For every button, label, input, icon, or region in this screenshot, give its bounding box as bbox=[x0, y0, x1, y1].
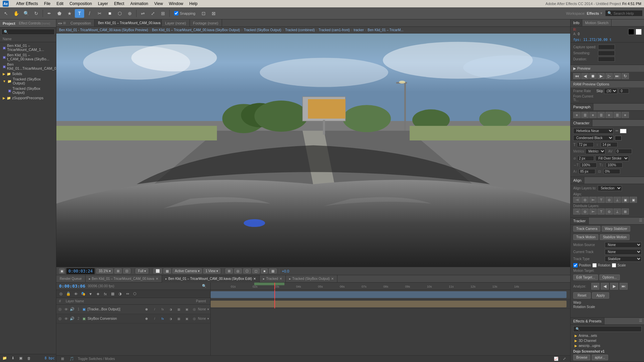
char-stroke-type-select[interactable]: Fill Over Stroke bbox=[595, 156, 629, 161]
layer-1-switch-6[interactable]: ▣ bbox=[183, 306, 190, 312]
align-extra-1-btn[interactable]: ▣ bbox=[622, 197, 629, 203]
tool-select[interactable]: ↖ bbox=[1, 9, 11, 18]
viewer-exposure[interactable]: +0.0 bbox=[282, 269, 289, 273]
analyze-back-btn[interactable]: ◀ bbox=[601, 283, 609, 290]
layer-2-switch-2[interactable]: / bbox=[151, 316, 158, 322]
layer-2-switch-1[interactable]: ⬟ bbox=[143, 316, 150, 322]
char-vert-scale-input[interactable]: 100% bbox=[606, 163, 623, 168]
layer-1-switch-3[interactable]: fx bbox=[159, 306, 166, 312]
motion-sketch-tab[interactable]: Motion Sketch bbox=[582, 19, 611, 26]
layer-1-switch-5[interactable]: ▦ bbox=[175, 306, 182, 312]
layer-1-audio-btn[interactable]: 🔊 bbox=[70, 306, 74, 312]
effects-options-icon[interactable]: ☰ bbox=[637, 318, 644, 324]
layer-2-switch-3[interactable]: fx bbox=[159, 316, 166, 322]
char-leading-input[interactable]: 14 px bbox=[601, 142, 618, 147]
char-baseline-input[interactable]: 85 px bbox=[579, 169, 595, 174]
analyze-back-full-btn[interactable]: ⏮ bbox=[591, 283, 599, 290]
menu-window[interactable]: Window bbox=[166, 1, 186, 7]
tl-tab-1-close[interactable]: ✕ bbox=[156, 277, 158, 281]
layer-1-switch-4[interactable]: ◑ bbox=[167, 306, 174, 312]
viewer-panel-icon-3[interactable]: ⊞ bbox=[63, 21, 66, 25]
preview-first-frame-btn[interactable]: ⏮ bbox=[573, 73, 581, 79]
workspace-value[interactable]: Effects bbox=[587, 11, 599, 15]
tool-mask[interactable]: ⬟ bbox=[55, 9, 64, 18]
para-align-last-btn[interactable]: ≡ bbox=[622, 112, 629, 118]
effects-item-3d[interactable]: ▶ 3D Channel bbox=[571, 338, 644, 343]
effects-tab[interactable]: Effects & Presets bbox=[571, 318, 604, 324]
char-size-input[interactable]: 72 px bbox=[577, 142, 594, 147]
bottom-expand-btn[interactable]: ⤢ bbox=[561, 356, 568, 362]
menu-after-effects[interactable]: After Effects bbox=[13, 1, 41, 7]
project-item-1[interactable]: ▣ Ben Klid_01 – t_CAM_00.kava (SkyBo... bbox=[0, 52, 56, 62]
project-item-6[interactable]: ▶ 📁 zSupportPrecomps bbox=[0, 95, 56, 101]
char-kerning-input[interactable]: 0 bbox=[615, 149, 632, 154]
layer-2-switch-5[interactable]: ▦ bbox=[175, 316, 182, 322]
tl-quality-btn[interactable]: ◈ bbox=[95, 291, 101, 297]
tool-clone[interactable]: ✂ bbox=[95, 9, 104, 18]
project-item-3[interactable]: ▶ 📁 Solids bbox=[0, 71, 56, 76]
layer-1-parent-chevron-icon[interactable]: ▾ bbox=[207, 307, 209, 311]
menu-help[interactable]: Help bbox=[186, 1, 200, 7]
viewer-zoom-display[interactable]: 33.1% ▾ bbox=[96, 268, 113, 274]
para-align-justify-btn[interactable]: ☰ bbox=[597, 112, 605, 118]
viewer-panel-icon-2[interactable]: ▸ bbox=[60, 21, 62, 25]
tool-hand[interactable]: ✋ bbox=[11, 9, 21, 18]
layer-row-2[interactable]: ◎ 👁 🔊 2 ▣ SkyBox Conversion ⬟ / fx ◑ ▦ ▣ bbox=[56, 314, 210, 323]
para-align-justify-right-btn[interactable]: ≡ bbox=[605, 112, 613, 118]
tool-text[interactable]: T bbox=[75, 9, 84, 18]
info-color-swatch-1[interactable] bbox=[628, 29, 634, 35]
tool-puppet[interactable]: ⊕ bbox=[125, 9, 135, 18]
align-selection-select[interactable]: Selection bbox=[598, 185, 622, 191]
project-new-folder-btn[interactable]: 📁 bbox=[1, 355, 8, 361]
project-import-btn[interactable]: ⬇ bbox=[9, 355, 16, 361]
search-input[interactable] bbox=[613, 11, 640, 15]
viewer-safe-zones-btn[interactable]: ⊡ bbox=[123, 268, 130, 274]
preview-loop-btn[interactable]: ↻ bbox=[622, 73, 629, 79]
breadcrumb-1[interactable]: Ben Klid_01 – TricarMount_CAM_00.kava (S… bbox=[152, 28, 240, 32]
ram-preview-header[interactable]: RAM Preview Options bbox=[571, 81, 644, 87]
char-metrics-select[interactable]: Metrics bbox=[585, 148, 605, 154]
toggle-switches-label[interactable]: Toggle Switches / Modes bbox=[78, 357, 115, 361]
viewer-snap-btn[interactable]: ⊞ bbox=[225, 268, 233, 274]
menu-composition[interactable]: Composition bbox=[67, 1, 95, 7]
tl-tab-skybox-output[interactable]: ▸ Tracked (SkyBox Output) ✕ bbox=[286, 275, 337, 283]
tracker-tab[interactable]: Tracker bbox=[571, 218, 589, 224]
work-area-bar[interactable] bbox=[254, 283, 284, 285]
tool-extra-1[interactable]: ⇌ bbox=[138, 9, 148, 18]
viewer-grid-btn[interactable]: ⊞ bbox=[114, 268, 122, 274]
layer-2-audio-btn[interactable]: 🔊 bbox=[70, 316, 74, 322]
para-align-justify-full-btn[interactable]: ☰ bbox=[613, 112, 621, 118]
tl-shy-btn[interactable]: 🎭 bbox=[80, 291, 87, 297]
viewer-transparency-btn[interactable]: ◻ bbox=[252, 268, 260, 274]
tab-footage[interactable]: Footage (none) bbox=[190, 19, 222, 27]
align-extra-2-btn[interactable]: ▣ bbox=[630, 197, 637, 203]
viewer[interactable] bbox=[56, 34, 570, 267]
para-align-right-btn[interactable]: ≡ bbox=[589, 112, 597, 118]
viewer-view-btn[interactable]: 1 View ▾ bbox=[203, 268, 221, 274]
effect-controls-tab[interactable]: Effect Controls bbox=[19, 21, 41, 25]
breadcrumb-3[interactable]: Tracked (combined) bbox=[285, 28, 315, 32]
tl-tab-3-close[interactable]: ✕ bbox=[279, 277, 282, 281]
tool-extra-2[interactable]: ⤢ bbox=[148, 9, 158, 18]
snapping-checkbox[interactable] bbox=[174, 11, 178, 15]
ram-frame-rate-select[interactable]: (30) bbox=[604, 88, 618, 94]
track-clip-1[interactable] bbox=[211, 291, 567, 298]
viewer-motion-blur-btn[interactable]: ◎ bbox=[234, 268, 242, 274]
tl-hide-btn[interactable]: 👁 bbox=[72, 291, 79, 297]
track-camera-btn[interactable]: Track Camera bbox=[573, 226, 600, 232]
tl-tab-tracked[interactable]: ▸ Tracked ✕ bbox=[260, 275, 286, 283]
project-search-input[interactable] bbox=[1, 29, 55, 35]
menu-view[interactable]: View bbox=[152, 1, 166, 7]
tracker-options-icon[interactable]: ☰ bbox=[637, 218, 644, 224]
track-clip-2[interactable] bbox=[211, 301, 567, 307]
layer-1-switch-1[interactable]: ⬟ bbox=[143, 306, 150, 312]
layer-2-video-btn[interactable]: 👁 bbox=[64, 316, 68, 322]
dojo-browse-btn[interactable]: Browse bbox=[573, 355, 590, 360]
para-align-left-btn[interactable]: ≡ bbox=[573, 112, 581, 118]
breadcrumb-5[interactable]: tracker bbox=[354, 28, 364, 32]
char-horiz-scale-input[interactable]: 100% bbox=[580, 163, 597, 168]
breadcrumb-0[interactable]: Ben Klid_01 - TricarMount_CAM_00.kava (S… bbox=[59, 28, 148, 32]
ram-skip-input[interactable] bbox=[619, 88, 629, 94]
layer-1-solo-btn[interactable]: ◎ bbox=[58, 306, 62, 312]
tl-tab-ben-klid-1[interactable]: ▸ Ben Klid_01 – TricarMount_CAM_00.kava … bbox=[86, 275, 162, 283]
